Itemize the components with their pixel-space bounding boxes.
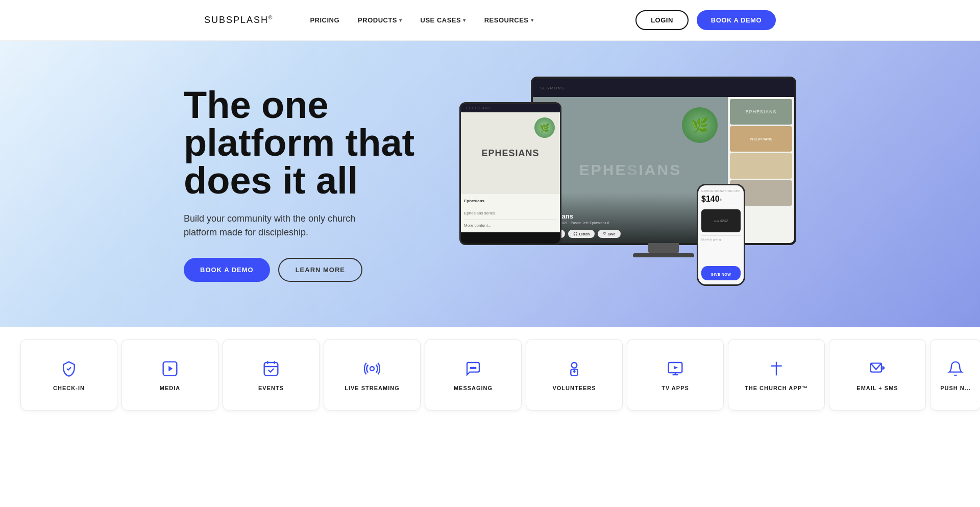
monitor-ephesians-bg: EPHESIANS bbox=[579, 161, 681, 179]
phone-card: •••• 4242 bbox=[701, 209, 741, 232]
feature-messaging[interactable]: MESSAGING bbox=[425, 339, 522, 411]
message-dots-icon bbox=[463, 358, 483, 379]
hero-subtitle: Build your community with the only churc… bbox=[184, 212, 378, 239]
nav-pricing[interactable]: PRICING bbox=[310, 16, 339, 24]
hero-mockup: SERMONS EPHESIANS 🌿 bbox=[459, 77, 796, 291]
monitor-nav-label: SERMONS bbox=[540, 86, 564, 90]
phone-give-btn[interactable]: GIVE NOW bbox=[701, 266, 741, 280]
brand-name: SUBSPLASH bbox=[204, 15, 268, 25]
tablet-header: Ephesians bbox=[461, 104, 560, 112]
learn-more-button[interactable]: LEARN MORE bbox=[278, 258, 362, 282]
play-square-icon bbox=[160, 358, 180, 379]
nav-products[interactable]: PRODUCTS ▾ bbox=[358, 16, 402, 24]
calendar-check-icon bbox=[261, 358, 281, 379]
features-scroll: CHECK-IN MEDIA bbox=[0, 327, 980, 423]
person-badge-icon bbox=[564, 358, 584, 379]
phone-mockup: Giving/Donation App $140+ •••• 4242 Mont… bbox=[697, 184, 745, 286]
login-button[interactable]: LOGIN bbox=[635, 10, 689, 30]
tablet-list: Ephesians Ephesians series... More conte… bbox=[461, 194, 560, 232]
tablet-list-item: More content... bbox=[464, 222, 557, 229]
feature-label-messaging: MESSAGING bbox=[454, 385, 493, 391]
feature-label-check-in: CHECK-IN bbox=[53, 385, 85, 391]
feature-label-events: EVENTS bbox=[258, 385, 284, 391]
nav-resources[interactable]: RESOURCES ▾ bbox=[484, 16, 533, 24]
svg-point-10 bbox=[572, 363, 577, 368]
svg-point-9 bbox=[475, 367, 476, 369]
brand-logo[interactable]: SUBSPLASH® bbox=[204, 15, 273, 26]
listen-btn[interactable]: 🎧 Listen bbox=[568, 230, 595, 238]
hero-title: The one platform that does it all bbox=[184, 86, 419, 200]
plant-decoration: 🌿 bbox=[682, 107, 718, 143]
feature-church-app[interactable]: THE CHURCH APP™ bbox=[728, 339, 825, 411]
tv-play-icon bbox=[665, 358, 685, 379]
chevron-down-icon: ▾ bbox=[463, 17, 466, 23]
phone-amount: $140+ bbox=[701, 195, 741, 204]
monitor-mockup: SERMONS EPHESIANS 🌿 bbox=[531, 77, 796, 245]
feature-label-church-app: THE CHURCH APP™ bbox=[745, 385, 808, 391]
svg-marker-1 bbox=[168, 366, 173, 372]
book-demo-button-nav[interactable]: BOOK A DEMO bbox=[697, 10, 776, 30]
svg-point-7 bbox=[471, 367, 472, 369]
feature-label-email-sms: EMAIL + SMS bbox=[856, 385, 898, 391]
broadcast-icon bbox=[362, 358, 382, 379]
nav-actions: LOGIN BOOK A DEMO bbox=[635, 10, 776, 30]
feature-check-in[interactable]: CHECK-IN bbox=[20, 339, 117, 411]
monitor-stand bbox=[648, 243, 679, 253]
tablet-list-item: Ephesians bbox=[464, 197, 557, 205]
phone-row: Monthly giving bbox=[701, 238, 741, 241]
chevron-down-icon: ▾ bbox=[399, 17, 402, 23]
svg-marker-17 bbox=[674, 366, 678, 370]
brand-trademark: ® bbox=[268, 15, 273, 20]
svg-point-8 bbox=[473, 367, 474, 369]
feature-live-streaming[interactable]: LIVE STREAMING bbox=[324, 339, 421, 411]
feature-media[interactable]: MEDIA bbox=[121, 339, 218, 411]
monitor-base bbox=[633, 253, 694, 257]
hero-section: The one platform that does it all Build … bbox=[0, 41, 980, 327]
check-shield-icon bbox=[59, 358, 79, 379]
svg-point-6 bbox=[370, 367, 374, 371]
feature-events[interactable]: EVENTS bbox=[223, 339, 320, 411]
feature-label-volunteers: VOLUNTEERS bbox=[552, 385, 596, 391]
feature-email-sms[interactable]: EMAIL + SMS bbox=[829, 339, 926, 411]
nav-use-cases[interactable]: USE CASES ▾ bbox=[421, 16, 466, 24]
book-demo-button-hero[interactable]: BOOK A DEMO bbox=[184, 258, 270, 282]
phone-label: Giving/Donation App bbox=[701, 189, 741, 192]
tablet-plant: 🌿 bbox=[534, 117, 555, 138]
tablet-text: EPHESIANS bbox=[481, 148, 539, 159]
tablet-list-item: Ephesians series... bbox=[464, 209, 557, 217]
email-arrow-icon bbox=[867, 358, 888, 379]
feature-label-media: MEDIA bbox=[160, 385, 180, 391]
bell-icon bbox=[945, 358, 966, 379]
cross-icon bbox=[766, 358, 787, 379]
hero-buttons: BOOK A DEMO LEARN MORE bbox=[184, 258, 419, 282]
phone-screen: Giving/Donation App $140+ •••• 4242 Mont… bbox=[698, 185, 744, 284]
svg-rect-2 bbox=[264, 363, 278, 375]
feature-push[interactable]: PUSH N... bbox=[930, 339, 980, 411]
give-btn[interactable]: ♡ Give bbox=[598, 230, 620, 238]
chevron-down-icon: ▾ bbox=[531, 17, 534, 23]
feature-label-tv-apps: TV APPS bbox=[662, 385, 689, 391]
feature-label-live-streaming: LIVE STREAMING bbox=[345, 385, 400, 391]
tablet-mockup: Ephesians EPHESIANS 🌿 Ephesians Ephesian… bbox=[459, 102, 561, 245]
features-section: CHECK-IN MEDIA bbox=[0, 327, 980, 423]
nav-links: PRICING PRODUCTS ▾ USE CASES ▾ RESOURCES… bbox=[310, 16, 611, 24]
feature-volunteers[interactable]: VOLUNTEERS bbox=[526, 339, 623, 411]
navbar: SUBSPLASH® PRICING PRODUCTS ▾ USE CASES … bbox=[0, 0, 980, 41]
feature-tv-apps[interactable]: TV APPS bbox=[627, 339, 724, 411]
hero-text: The one platform that does it all Build … bbox=[184, 86, 419, 282]
feature-label-push: PUSH N... bbox=[940, 385, 971, 391]
